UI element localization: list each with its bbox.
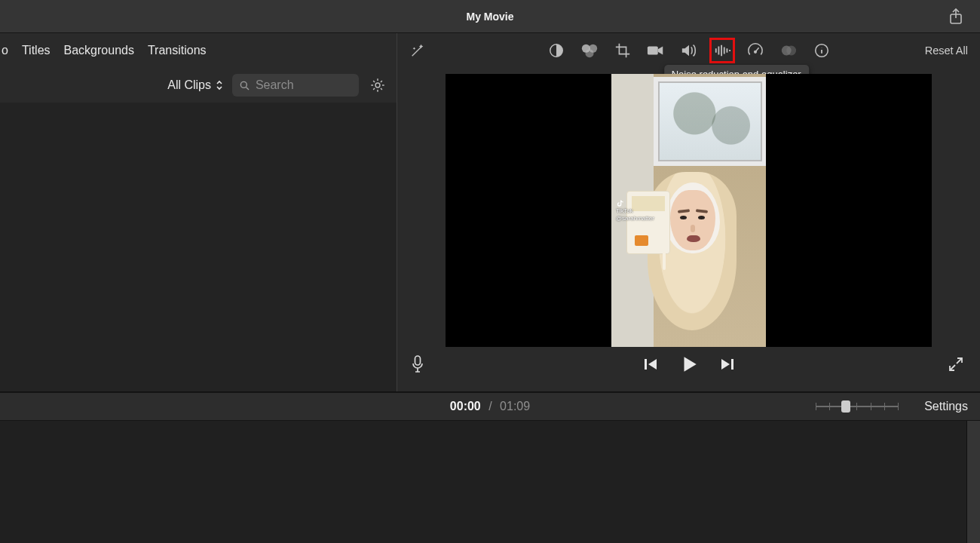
play-button[interactable] — [679, 354, 699, 374]
svg-rect-13 — [645, 359, 647, 370]
total-duration: 01:09 — [500, 400, 530, 413]
color-correction-button[interactable] — [578, 39, 601, 62]
voiceover-button[interactable] — [408, 354, 427, 374]
svg-point-8 — [754, 51, 756, 54]
svg-point-2 — [375, 83, 380, 87]
svg-rect-7 — [647, 46, 657, 54]
app-window: My Movie o Titles Backgrounds Transition… — [0, 0, 980, 543]
equalizer-icon — [714, 43, 730, 58]
color-balance-button[interactable] — [545, 39, 568, 62]
timeline-zoom-slider[interactable] — [816, 405, 899, 408]
preview-canvas[interactable]: TikTok @sarahmatter — [446, 74, 932, 347]
watermark: TikTok @sarahmatter — [616, 199, 654, 222]
svg-point-10 — [786, 46, 796, 56]
half-circle-icon — [548, 42, 565, 59]
volume-button[interactable] — [678, 39, 700, 62]
stabilization-button[interactable] — [645, 39, 667, 62]
crop-button[interactable] — [611, 39, 634, 62]
tab-titles[interactable]: Titles — [22, 44, 51, 57]
media-browser: o Titles Backgrounds Transitions All Cli… — [0, 33, 397, 391]
clip-filter-button[interactable] — [777, 39, 800, 62]
reset-all-button[interactable]: Reset All — [925, 44, 968, 57]
tab-transitions[interactable]: Transitions — [148, 44, 207, 57]
status-bar: 00:00 / 01:09 Settings — [0, 392, 980, 421]
noise-reduction-equalizer-button[interactable]: Noise reduction and equalizer — [711, 39, 733, 62]
transport-bar — [397, 347, 980, 382]
updown-chevron-icon — [216, 80, 223, 90]
title-bar: My Movie — [0, 0, 980, 33]
timeline[interactable] — [0, 421, 980, 543]
fullscreen-button[interactable] — [948, 357, 963, 372]
tab-partial[interactable]: o — [0, 44, 8, 57]
info-icon — [813, 42, 830, 59]
skip-previous-icon — [643, 357, 658, 372]
search-field[interactable] — [232, 74, 359, 97]
next-button[interactable] — [720, 357, 735, 372]
watermark-app: TikTok — [616, 207, 633, 214]
inspector-tool-group: Noise reduction and equalizer — [545, 39, 833, 62]
browser-content-empty — [0, 103, 397, 391]
speed-button[interactable] — [744, 39, 767, 62]
expand-icon — [948, 357, 963, 372]
project-title: My Movie — [466, 11, 513, 23]
video-frame-placeholder: TikTok @sarahmatter — [611, 74, 766, 347]
gear-icon — [369, 77, 386, 94]
play-icon — [679, 354, 699, 374]
microphone-icon — [411, 355, 424, 373]
skip-next-icon — [720, 357, 735, 372]
zoom-knob[interactable] — [841, 400, 850, 413]
viewer: TikTok @sarahmatter — [397, 68, 980, 391]
svg-point-6 — [585, 49, 593, 57]
magic-wand-icon — [409, 42, 426, 59]
upper-panel: o Titles Backgrounds Transitions All Cli… — [0, 33, 980, 392]
viewer-panel: Noise reduction and equalizer Reset All — [397, 33, 980, 391]
current-time: 00:00 — [450, 400, 481, 413]
clips-filter-label: All Clips — [167, 78, 211, 92]
speedometer-icon — [747, 42, 764, 59]
search-input[interactable] — [256, 78, 351, 92]
svg-rect-14 — [731, 359, 733, 370]
tiktok-icon — [616, 199, 624, 207]
playhead-time: 00:00 / 01:09 — [450, 400, 530, 413]
speaker-icon — [681, 43, 697, 58]
timeline-settings-button[interactable]: Settings — [924, 400, 968, 413]
prev-button[interactable] — [643, 357, 658, 372]
palette-icon — [580, 42, 599, 59]
video-camera-icon — [647, 43, 665, 58]
svg-rect-12 — [415, 356, 421, 365]
svg-point-1 — [240, 81, 247, 87]
enhance-button[interactable] — [406, 39, 429, 62]
watermark-handle: @sarahmatter — [616, 215, 654, 222]
clips-filter-dropdown[interactable]: All Clips — [167, 78, 223, 92]
time-separator: / — [488, 400, 492, 413]
browser-filter-row: All Clips — [0, 68, 397, 103]
timeline-scrollbar[interactable] — [966, 421, 980, 543]
clip-info-button[interactable] — [810, 39, 833, 62]
crop-icon — [614, 42, 631, 59]
playback-controls — [643, 354, 735, 374]
browser-tabs: o Titles Backgrounds Transitions — [0, 33, 397, 68]
share-icon — [948, 8, 963, 25]
tab-backgrounds[interactable]: Backgrounds — [64, 44, 134, 57]
overlap-circles-icon — [780, 43, 797, 58]
browser-settings-button[interactable] — [368, 75, 387, 95]
inspector-toolbar: Noise reduction and equalizer Reset All — [397, 33, 980, 68]
share-button[interactable] — [945, 6, 966, 27]
search-icon — [240, 80, 250, 91]
